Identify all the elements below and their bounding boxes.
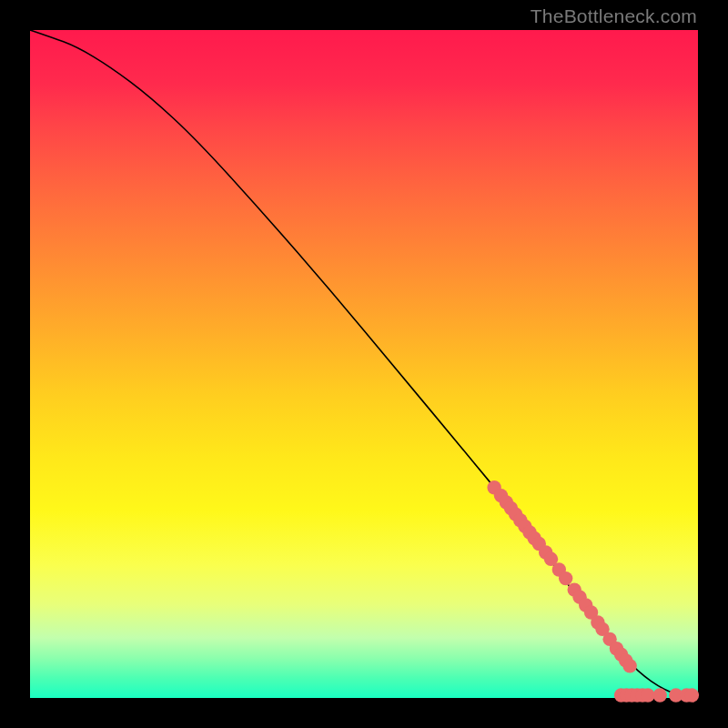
data-marker (622, 659, 636, 672)
data-marker (685, 688, 699, 702)
chart-overlay (30, 30, 698, 698)
data-marker (559, 571, 572, 585)
data-marker (641, 688, 654, 702)
data-marker (652, 688, 666, 702)
curve-line (30, 30, 698, 698)
markers-group (487, 480, 699, 703)
watermark-text: TheBottleneck.com (531, 5, 697, 27)
outer-frame: TheBottleneck.com (0, 0, 728, 728)
